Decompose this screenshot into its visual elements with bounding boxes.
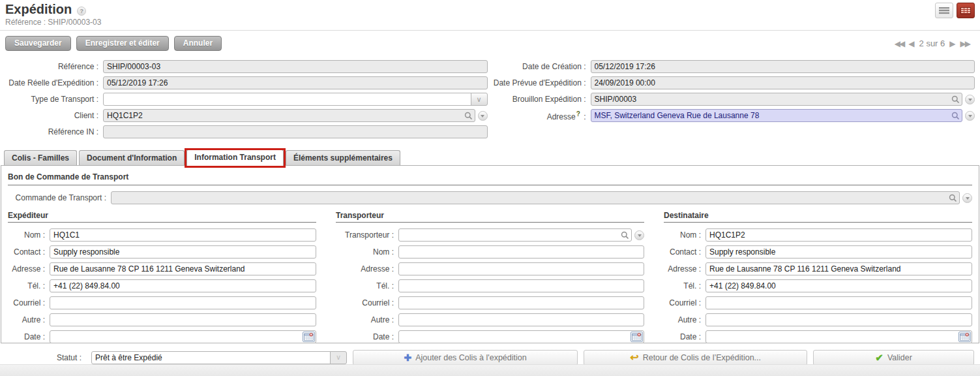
address-label: Adresse? : — [493, 110, 591, 121]
carrier-dropdown-button[interactable] — [634, 230, 644, 240]
transport-tab-panel: Bon de Commande de Transport Commande de… — [1, 165, 979, 343]
consignee-contact-label: Contact : — [664, 247, 705, 257]
carrier-email-field[interactable] — [398, 296, 644, 309]
toolbar: Sauvegarder Enregistrer et éditer Annule… — [0, 31, 980, 54]
client-dropdown-button[interactable] — [478, 111, 488, 121]
consignee-calendar-button[interactable] — [958, 332, 971, 342]
search-icon — [951, 95, 960, 104]
chevron-down-icon — [638, 234, 642, 239]
creation-date-field — [591, 60, 975, 73]
consignee-phone-label: Tél. : — [664, 281, 705, 290]
tab-colis-familles[interactable]: Colis - Familles — [4, 150, 77, 165]
consignee-address-label: Adresse : — [664, 264, 705, 274]
shipper-phone-field[interactable] — [50, 279, 316, 292]
help-icon: ? — [77, 7, 86, 16]
shipper-other-field[interactable] — [50, 313, 316, 326]
carrier-other-field[interactable] — [398, 313, 644, 326]
shipper-phone-label: Tél. : — [8, 281, 50, 290]
transport-order-dropdown-button[interactable] — [962, 193, 972, 203]
carrier-date-field[interactable] — [398, 330, 644, 343]
consignee-address-field[interactable] — [705, 262, 972, 275]
pager-position: 2 sur 6 — [919, 39, 945, 48]
plus-icon: ✚ — [404, 352, 411, 363]
shipper-title: Expéditeur — [8, 211, 316, 223]
status-label: Statut : — [6, 353, 85, 362]
search-icon — [464, 112, 473, 120]
validate-button[interactable]: ✔Valider — [813, 350, 974, 366]
list-view-button[interactable] — [935, 3, 953, 18]
shipper-address-field[interactable] — [50, 262, 316, 275]
planned-ship-date-field — [591, 76, 975, 89]
consignee-contact-field[interactable] — [705, 245, 972, 258]
pager-first-button[interactable]: ◀◀ — [895, 39, 904, 48]
calendar-icon — [632, 333, 642, 341]
pager-next-button[interactable]: ▶ — [949, 39, 955, 48]
shipper-calendar-button[interactable] — [303, 332, 315, 342]
carrier-email-label: Courriel : — [336, 298, 398, 307]
carrier-phone-field[interactable] — [398, 279, 644, 292]
pager-prev-button[interactable]: ◀ — [908, 39, 914, 48]
reference-label: Référence : — [5, 62, 103, 71]
carrier-name-field[interactable] — [398, 245, 644, 258]
page-title: Expédition — [5, 2, 72, 17]
transport-type-select[interactable] — [103, 93, 471, 106]
address-dropdown-button[interactable] — [965, 111, 975, 121]
chevron-down-icon — [968, 115, 972, 119]
carrier-other-label: Autre : — [336, 315, 398, 324]
consignee-email-field[interactable] — [705, 296, 972, 309]
search-icon — [951, 112, 960, 120]
shipper-name-field[interactable] — [50, 228, 316, 242]
consignee-date-field[interactable] — [705, 330, 972, 343]
consignee-phone-field[interactable] — [705, 279, 972, 292]
tab-information-transport[interactable]: Information Transport — [186, 149, 284, 166]
pager: ◀◀ ◀ 2 sur 6 ▶ ▶▶ — [895, 39, 970, 48]
carrier-date-label: Date : — [336, 332, 398, 341]
carrier-calendar-button[interactable] — [631, 332, 643, 342]
shipper-email-field[interactable] — [50, 296, 316, 309]
carrier-address-field[interactable] — [398, 262, 644, 275]
shipper-column: Expéditeur Nom : Contact : Adresse : Tél… — [8, 211, 316, 347]
shipper-date-field[interactable] — [50, 330, 316, 343]
carrier-name-label: Nom : — [336, 247, 398, 257]
calendar-icon — [304, 333, 314, 341]
cancel-button[interactable]: Annuler — [174, 36, 222, 51]
client-field — [103, 109, 475, 122]
return-packs-button[interactable]: ↩Retour de Colis de l’Expédition... — [584, 350, 807, 366]
pager-last-button[interactable]: ▶▶ — [960, 39, 970, 48]
form-view-button[interactable] — [957, 3, 975, 18]
carrier-column: Transporteur Transporteur : Nom : Adress… — [336, 211, 644, 347]
shipper-name-label: Nom : — [8, 230, 50, 240]
status-value-field[interactable] — [91, 351, 331, 364]
shipper-date-label: Date : — [8, 332, 50, 341]
draft-shipment-dropdown-button[interactable] — [965, 95, 975, 104]
form-view-icon — [960, 7, 971, 14]
chevron-down-icon — [481, 115, 484, 119]
list-view-icon — [939, 7, 949, 14]
chevron-down-icon: ∨ — [336, 353, 341, 362]
notebook-tabs: Colis - Familles Document d'Information … — [0, 149, 980, 165]
chevron-down-icon — [966, 197, 970, 202]
tab-document-information[interactable]: Document d'Information — [79, 150, 185, 165]
status-select[interactable]: ∨ — [91, 351, 347, 364]
consignee-name-field[interactable] — [705, 228, 972, 242]
add-packs-button[interactable]: ✚Ajouter des Colis à l'expédition — [353, 350, 578, 366]
carrier-lookup-field[interactable] — [398, 228, 632, 242]
consignee-date-label: Date : — [664, 332, 705, 341]
real-ship-date-label: Date Réelle d'Expédition : — [5, 78, 103, 87]
search-icon — [621, 231, 629, 240]
shipper-contact-field[interactable] — [50, 245, 316, 258]
reference-field — [103, 60, 488, 73]
carrier-title: Transporteur — [336, 211, 644, 223]
planned-ship-date-label: Date Prévue d'Expédition : — [493, 78, 591, 87]
transport-type-dropdown-button[interactable]: ∨ — [471, 93, 488, 106]
reference-in-field — [103, 125, 488, 138]
main-fields: Référence : Date Réelle d'Expédition : T… — [0, 54, 980, 142]
consignee-other-field[interactable] — [705, 313, 972, 326]
shipper-email-label: Courriel : — [8, 298, 50, 307]
save-button[interactable]: Sauvegarder — [5, 36, 71, 51]
creation-date-label: Date de Création : — [493, 62, 591, 71]
save-edit-button[interactable]: Enregistrer et éditer — [76, 36, 169, 51]
carrier-address-label: Adresse : — [336, 264, 398, 274]
tab-elements-supplementaires[interactable]: Éléments supplémentaires — [286, 150, 400, 165]
section-title: Bon de Commande de Transport — [8, 172, 972, 185]
